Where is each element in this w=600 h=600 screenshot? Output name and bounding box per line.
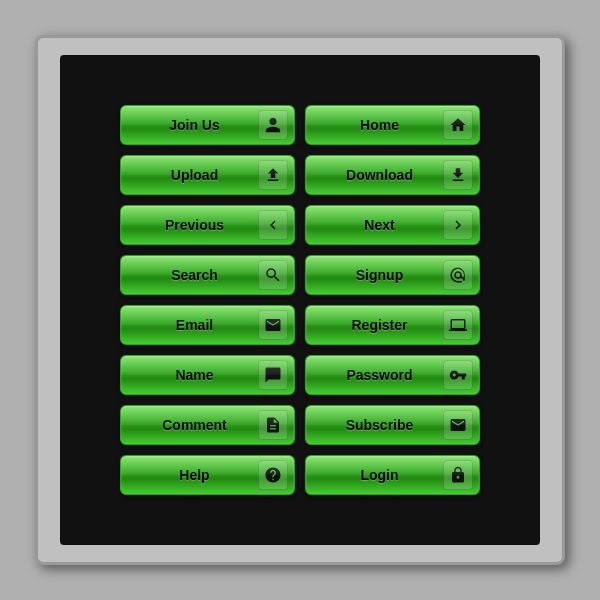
signup-label: Signup	[316, 267, 443, 283]
subscribe-icon	[443, 410, 473, 440]
comment-button[interactable]: Comment	[120, 405, 295, 445]
inner-panel: Join Us Home Upload Download	[60, 55, 540, 545]
chevron-right-icon	[443, 210, 473, 240]
email-icon	[258, 310, 288, 340]
question-icon	[258, 460, 288, 490]
download-button[interactable]: Download	[305, 155, 480, 195]
document-icon	[258, 410, 288, 440]
button-grid: Join Us Home Upload Download	[100, 85, 500, 515]
comment-icon	[258, 360, 288, 390]
comment-label: Comment	[131, 417, 258, 433]
home-button[interactable]: Home	[305, 105, 480, 145]
at-icon	[443, 260, 473, 290]
search-button[interactable]: Search	[120, 255, 295, 295]
email-button[interactable]: Email	[120, 305, 295, 345]
home-label: Home	[316, 117, 443, 133]
key-icon	[443, 360, 473, 390]
next-button[interactable]: Next	[305, 205, 480, 245]
help-button[interactable]: Help	[120, 455, 295, 495]
upload-button[interactable]: Upload	[120, 155, 295, 195]
password-button[interactable]: Password	[305, 355, 480, 395]
help-label: Help	[131, 467, 258, 483]
person-icon	[258, 110, 288, 140]
name-label: Name	[131, 367, 258, 383]
lock-icon	[443, 460, 473, 490]
login-label: Login	[316, 467, 443, 483]
next-label: Next	[316, 217, 443, 233]
outer-frame: Join Us Home Upload Download	[35, 35, 565, 565]
previous-button[interactable]: Previous	[120, 205, 295, 245]
search-icon	[258, 260, 288, 290]
signup-button[interactable]: Signup	[305, 255, 480, 295]
register-label: Register	[316, 317, 443, 333]
upload-icon	[258, 160, 288, 190]
chevron-left-icon	[258, 210, 288, 240]
join-us-label: Join Us	[131, 117, 258, 133]
download-icon	[443, 160, 473, 190]
previous-label: Previous	[131, 217, 258, 233]
email-label: Email	[131, 317, 258, 333]
subscribe-label: Subscribe	[316, 417, 443, 433]
join-us-button[interactable]: Join Us	[120, 105, 295, 145]
search-label: Search	[131, 267, 258, 283]
home-icon	[443, 110, 473, 140]
name-button[interactable]: Name	[120, 355, 295, 395]
laptop-icon	[443, 310, 473, 340]
login-button[interactable]: Login	[305, 455, 480, 495]
upload-label: Upload	[131, 167, 258, 183]
password-label: Password	[316, 367, 443, 383]
download-label: Download	[316, 167, 443, 183]
subscribe-button[interactable]: Subscribe	[305, 405, 480, 445]
register-button[interactable]: Register	[305, 305, 480, 345]
